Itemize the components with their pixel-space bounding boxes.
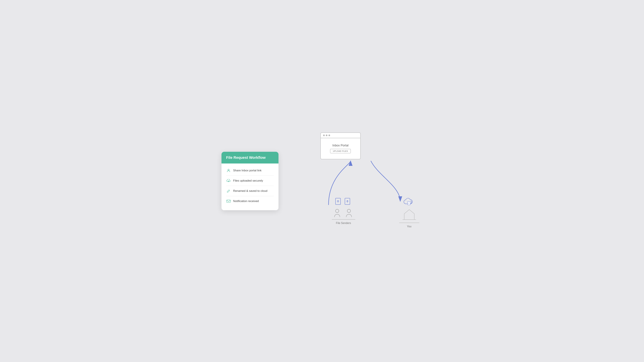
envelope-icon xyxy=(226,199,231,204)
senders-icons xyxy=(335,198,352,207)
svg-point-7 xyxy=(347,209,350,213)
cloud-files-icon xyxy=(402,198,416,207)
person-icon xyxy=(226,168,231,173)
workflow-item-share-link: Share Inbox portal link xyxy=(226,165,274,176)
upload-icon-1 xyxy=(335,198,343,207)
senders-baseline xyxy=(332,219,355,220)
upload-files-button[interactable]: UPLOAD FILES xyxy=(330,149,351,153)
svg-rect-8 xyxy=(408,202,410,205)
svg-point-0 xyxy=(228,169,229,171)
inbox-portal-box: Inbox Portal UPLOAD FILES xyxy=(320,132,361,159)
svg-point-6 xyxy=(336,209,339,213)
card-title: File Request Workflow xyxy=(226,155,266,160)
you-baseline xyxy=(399,223,419,223)
notification-label: Notification received xyxy=(233,200,259,203)
files-uploaded-label: Files uploaded securely xyxy=(233,179,263,182)
main-container: File Request Workflow Share Inbox portal… xyxy=(222,124,423,238)
renamed-saved-label: Renamed & saved to cloud xyxy=(233,189,268,193)
dot2 xyxy=(326,134,328,136)
workflow-item-renamed-saved: Renamed & saved to cloud xyxy=(226,186,274,196)
portal-title-bar xyxy=(321,133,360,138)
dot3 xyxy=(328,134,330,136)
dot1 xyxy=(323,134,325,136)
share-link-label: Share Inbox portal link xyxy=(233,169,262,172)
workflow-item-notification: Notification received xyxy=(226,196,274,206)
upload-icon-2 xyxy=(344,198,352,207)
svg-rect-2 xyxy=(227,200,230,203)
file-senders-section: File Senders xyxy=(332,198,355,225)
you-section: You xyxy=(399,198,419,228)
sender-person-2 xyxy=(344,209,353,218)
workflow-card: File Request Workflow Share Inbox portal… xyxy=(222,152,278,210)
card-header: File Request Workflow xyxy=(222,152,278,163)
building-icon xyxy=(402,208,417,221)
cloud-upload-icon xyxy=(226,178,231,183)
portal-title: Inbox Portal xyxy=(332,144,348,147)
senders-label: File Senders xyxy=(336,222,351,225)
portal-body: Inbox Portal UPLOAD FILES xyxy=(330,138,351,159)
diagram-area: Inbox Portal UPLOAD FILES xyxy=(278,124,423,238)
person-figures xyxy=(334,209,353,218)
you-label: You xyxy=(407,225,412,228)
edit-icon xyxy=(226,189,231,193)
workflow-item-files-uploaded: Files uploaded securely xyxy=(226,176,274,186)
card-body: Share Inbox portal link Files uploaded s… xyxy=(222,163,278,210)
sender-person-1 xyxy=(334,209,343,218)
